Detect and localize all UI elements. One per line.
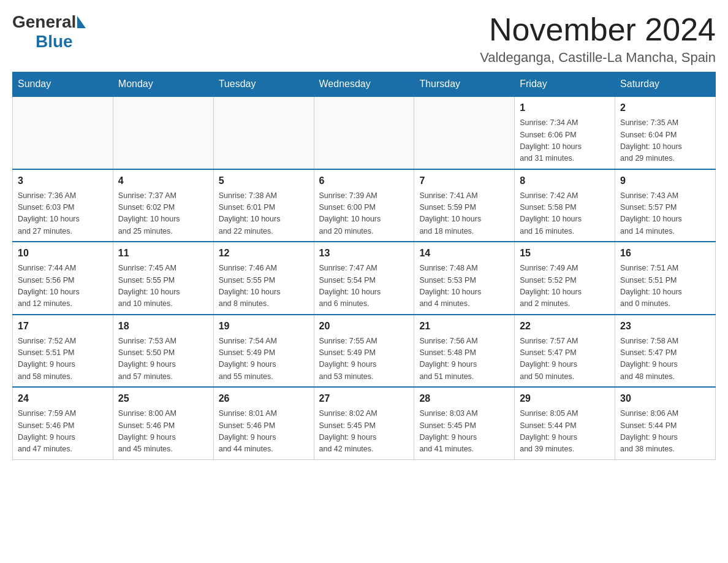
logo-blue-text: Blue [36,32,73,51]
day-number: 12 [219,246,309,261]
calendar-cell [213,96,314,169]
calendar-cell [13,96,113,169]
calendar-cell: 3Sunrise: 7:36 AMSunset: 6:03 PMDaylight… [13,169,113,242]
day-info: Sunrise: 7:45 AMSunset: 5:55 PMDaylight:… [118,262,208,310]
day-number: 13 [319,246,409,261]
logo-triangle-icon [77,16,86,28]
day-info: Sunrise: 7:42 AMSunset: 5:58 PMDaylight:… [520,190,610,238]
day-info: Sunrise: 7:51 AMSunset: 5:51 PMDaylight:… [620,262,710,310]
calendar-cell: 2Sunrise: 7:35 AMSunset: 6:04 PMDaylight… [615,96,716,169]
day-number: 7 [419,174,509,188]
day-number: 16 [620,246,710,261]
day-info: Sunrise: 8:06 AMSunset: 5:44 PMDaylight:… [620,408,710,456]
location-text: Valdeganga, Castille-La Mancha, Spain [480,50,716,66]
day-number: 14 [419,246,509,261]
day-info: Sunrise: 7:36 AMSunset: 6:03 PMDaylight:… [18,190,108,238]
calendar-header-friday: Friday [515,72,615,97]
calendar-cell: 29Sunrise: 8:05 AMSunset: 5:44 PMDayligh… [515,387,615,459]
day-info: Sunrise: 7:46 AMSunset: 5:55 PMDaylight:… [219,262,309,310]
calendar-cell: 11Sunrise: 7:45 AMSunset: 5:55 PMDayligh… [113,242,213,315]
calendar-cell: 18Sunrise: 7:53 AMSunset: 5:50 PMDayligh… [113,315,213,388]
day-number: 24 [18,391,108,406]
day-info: Sunrise: 8:01 AMSunset: 5:46 PMDaylight:… [219,408,309,456]
day-info: Sunrise: 7:35 AMSunset: 6:04 PMDaylight:… [620,117,710,165]
day-info: Sunrise: 7:53 AMSunset: 5:50 PMDaylight:… [118,335,208,383]
week-row-5: 24Sunrise: 7:59 AMSunset: 5:46 PMDayligh… [13,387,716,459]
day-info: Sunrise: 8:02 AMSunset: 5:45 PMDaylight:… [319,408,409,456]
day-info: Sunrise: 8:03 AMSunset: 5:45 PMDaylight:… [419,408,509,456]
day-number: 1 [520,101,610,115]
week-row-4: 17Sunrise: 7:52 AMSunset: 5:51 PMDayligh… [13,315,716,388]
calendar-cell: 25Sunrise: 8:00 AMSunset: 5:46 PMDayligh… [113,387,213,459]
day-number: 30 [620,391,710,406]
day-number: 15 [520,246,610,261]
week-row-3: 10Sunrise: 7:44 AMSunset: 5:56 PMDayligh… [13,242,716,315]
month-title: November 2024 [480,12,716,47]
day-number: 19 [219,319,309,334]
day-info: Sunrise: 7:47 AMSunset: 5:54 PMDaylight:… [319,262,409,310]
logo-general-text: General [12,12,76,32]
day-number: 26 [219,391,309,406]
calendar-cell: 1Sunrise: 7:34 AMSunset: 6:06 PMDaylight… [515,96,615,169]
day-info: Sunrise: 7:41 AMSunset: 5:59 PMDaylight:… [419,190,509,238]
calendar-header-monday: Monday [113,72,213,97]
calendar-cell: 20Sunrise: 7:55 AMSunset: 5:49 PMDayligh… [314,315,414,388]
day-number: 8 [520,174,610,188]
day-number: 9 [620,174,710,188]
day-info: Sunrise: 7:37 AMSunset: 6:02 PMDaylight:… [118,190,208,238]
day-info: Sunrise: 7:49 AMSunset: 5:52 PMDaylight:… [520,262,610,310]
calendar-cell: 6Sunrise: 7:39 AMSunset: 6:00 PMDaylight… [314,169,414,242]
calendar-cell: 17Sunrise: 7:52 AMSunset: 5:51 PMDayligh… [13,315,113,388]
day-number: 21 [419,319,509,334]
day-number: 11 [118,246,208,261]
logo: General Blue [12,12,87,52]
calendar-header-wednesday: Wednesday [314,72,414,97]
day-info: Sunrise: 8:05 AMSunset: 5:44 PMDaylight:… [520,408,610,456]
calendar-header-tuesday: Tuesday [213,72,314,97]
calendar-cell: 23Sunrise: 7:58 AMSunset: 5:47 PMDayligh… [615,315,716,388]
calendar-cell: 27Sunrise: 8:02 AMSunset: 5:45 PMDayligh… [314,387,414,459]
day-number: 18 [118,319,208,334]
week-row-1: 1Sunrise: 7:34 AMSunset: 6:06 PMDaylight… [13,96,716,169]
day-info: Sunrise: 7:58 AMSunset: 5:47 PMDaylight:… [620,335,710,383]
week-row-2: 3Sunrise: 7:36 AMSunset: 6:03 PMDaylight… [13,169,716,242]
calendar-cell: 7Sunrise: 7:41 AMSunset: 5:59 PMDaylight… [414,169,515,242]
day-number: 23 [620,319,710,334]
calendar-cell: 28Sunrise: 8:03 AMSunset: 5:45 PMDayligh… [414,387,515,459]
calendar-header-thursday: Thursday [414,72,515,97]
calendar-cell: 14Sunrise: 7:48 AMSunset: 5:53 PMDayligh… [414,242,515,315]
calendar-cell: 13Sunrise: 7:47 AMSunset: 5:54 PMDayligh… [314,242,414,315]
calendar-cell [414,96,515,169]
day-info: Sunrise: 7:48 AMSunset: 5:53 PMDaylight:… [419,262,509,310]
day-number: 20 [319,319,409,334]
day-number: 2 [620,101,710,115]
calendar-cell: 26Sunrise: 8:01 AMSunset: 5:46 PMDayligh… [213,387,314,459]
day-info: Sunrise: 8:00 AMSunset: 5:46 PMDaylight:… [118,408,208,456]
calendar-header-saturday: Saturday [615,72,716,97]
calendar-cell: 16Sunrise: 7:51 AMSunset: 5:51 PMDayligh… [615,242,716,315]
day-info: Sunrise: 7:57 AMSunset: 5:47 PMDaylight:… [520,335,610,383]
calendar-cell [113,96,213,169]
calendar-cell: 5Sunrise: 7:38 AMSunset: 6:01 PMDaylight… [213,169,314,242]
calendar-cell: 9Sunrise: 7:43 AMSunset: 5:57 PMDaylight… [615,169,716,242]
calendar-cell: 10Sunrise: 7:44 AMSunset: 5:56 PMDayligh… [13,242,113,315]
day-number: 3 [18,174,108,188]
day-info: Sunrise: 7:52 AMSunset: 5:51 PMDaylight:… [18,335,108,383]
page-header: General Blue November 2024 Valdeganga, C… [12,12,716,66]
day-number: 17 [18,319,108,334]
day-number: 22 [520,319,610,334]
day-number: 25 [118,391,208,406]
day-info: Sunrise: 7:44 AMSunset: 5:56 PMDaylight:… [18,262,108,310]
calendar-cell: 4Sunrise: 7:37 AMSunset: 6:02 PMDaylight… [113,169,213,242]
day-info: Sunrise: 7:56 AMSunset: 5:48 PMDaylight:… [419,335,509,383]
calendar-cell: 30Sunrise: 8:06 AMSunset: 5:44 PMDayligh… [615,387,716,459]
day-number: 27 [319,391,409,406]
day-info: Sunrise: 7:34 AMSunset: 6:06 PMDaylight:… [520,117,610,165]
day-info: Sunrise: 7:54 AMSunset: 5:49 PMDaylight:… [219,335,309,383]
calendar-cell: 8Sunrise: 7:42 AMSunset: 5:58 PMDaylight… [515,169,615,242]
calendar-cell: 19Sunrise: 7:54 AMSunset: 5:49 PMDayligh… [213,315,314,388]
day-number: 5 [219,174,309,188]
calendar-cell: 22Sunrise: 7:57 AMSunset: 5:47 PMDayligh… [515,315,615,388]
day-info: Sunrise: 7:38 AMSunset: 6:01 PMDaylight:… [219,190,309,238]
title-area: November 2024 Valdeganga, Castille-La Ma… [480,12,716,66]
